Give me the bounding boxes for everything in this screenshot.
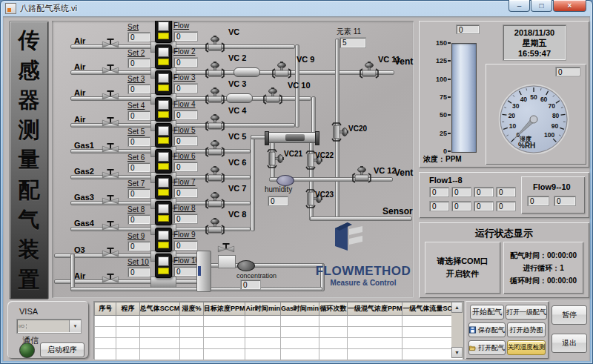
table-cell[interactable] [319,316,348,327]
set-input[interactable]: 0 [127,110,150,121]
humidity-gauge-dial[interactable]: 0102030405060708090100 [487,76,585,163]
set-input[interactable]: 0 [127,214,150,225]
table-cell[interactable] [203,316,245,327]
table-cell[interactable] [180,338,204,349]
set-input[interactable]: 0 [127,58,150,68]
table-cell[interactable] [281,338,319,349]
set-input[interactable]: 0 [127,241,150,251]
vc12-valve-icon[interactable] [351,166,372,182]
table-cell[interactable] [347,349,402,360]
start-program-button[interactable]: 启动程序 [40,343,85,357]
open-trend-button[interactable]: 打开趋势图 [507,322,546,337]
vc-valve-icon[interactable] [205,62,225,78]
vc-valve-icon[interactable] [205,87,225,104]
manual-valve-icon[interactable] [99,195,122,207]
exit-button[interactable]: 退出 [551,334,587,353]
close-humidity-button[interactable]: 关闭湿度检测 [507,340,546,355]
table-cell[interactable] [139,338,180,349]
table-cell[interactable] [203,338,245,349]
table-cell[interactable] [245,327,281,338]
table-header-cell[interactable]: 总气体SCCM [139,302,180,316]
table-header-cell[interactable]: 循环次数 [319,302,348,316]
set-input[interactable]: 0 [127,136,150,147]
manual-valve-icon[interactable] [99,117,122,129]
table-cell[interactable] [116,338,139,349]
set-input[interactable]: 0 [127,188,150,199]
manual-valve-icon[interactable] [99,169,122,181]
vc-valve-icon[interactable] [205,140,225,156]
vc-valve-icon[interactable] [205,36,225,52]
element11-input[interactable]: 5 [339,37,366,48]
vc-valve-icon[interactable] [205,114,225,130]
open-primary-gas-button[interactable]: 打开一级配气 [506,305,547,320]
scroll-up-icon[interactable]: ▲ [451,302,463,313]
table-header-cell[interactable]: 程序 [116,302,139,316]
program-table[interactable]: 序号程序总气体SCCM湿度%目标浓度PPMAir时间minGas时间min循环次… [93,301,464,359]
table-cell[interactable] [116,316,139,327]
table-header-cell[interactable]: 一级混气浓度PPM [347,302,402,316]
vc10-valve-icon[interactable] [262,87,283,104]
open-gas-button[interactable]: 打开配气 [468,340,506,355]
start-gas-button[interactable]: 开始配气 [470,305,504,320]
table-cell[interactable] [245,316,281,327]
vc-valve-icon[interactable] [205,218,225,234]
table-header-cell[interactable]: Gas时间min [281,302,319,316]
vc-valve-icon[interactable] [205,166,225,182]
table-cell[interactable] [139,327,180,338]
set-input[interactable]: 0 [127,162,150,173]
table-cell[interactable] [319,338,348,349]
maximize-button[interactable]: □ [531,0,552,12]
table-cell[interactable] [245,349,281,360]
table-cell[interactable] [319,327,348,338]
manual-valve-icon[interactable] [99,248,122,259]
table-cell[interactable] [281,349,319,360]
manual-valve-icon[interactable] [99,274,122,285]
save-gas-button[interactable]: 保存配气 [468,322,506,337]
vc9-valve-icon[interactable] [271,62,292,78]
table-cell[interactable] [95,349,116,360]
table-cell[interactable] [95,327,116,338]
table-cell[interactable] [180,349,204,360]
table-cell[interactable] [139,316,180,327]
manual-valve-icon[interactable] [99,39,122,50]
pause-button[interactable]: 暂停 [551,305,587,325]
table-cell[interactable] [347,327,402,338]
table-cell[interactable] [245,338,281,349]
table-cell[interactable] [95,338,116,349]
table-cell[interactable] [116,327,139,338]
table-cell[interactable] [180,316,204,327]
vc20-valve-icon[interactable] [332,122,348,142]
table-cell[interactable] [281,327,319,338]
table-header-cell[interactable]: 湿度% [180,302,204,316]
scroll-down-icon[interactable]: ▼ [451,347,463,358]
table-header-cell[interactable]: 目标浓度PPM [203,302,245,316]
set-input[interactable]: 0 [127,267,150,277]
table-cell[interactable] [116,349,139,360]
vc-valve-icon[interactable] [205,192,225,208]
table-cell[interactable] [281,316,319,327]
table-cell[interactable] [319,349,348,360]
vc11-valve-icon[interactable] [359,62,380,78]
minimize-button[interactable]: – [508,0,530,12]
table-cell[interactable] [347,316,402,327]
close-button[interactable]: × [553,0,586,12]
title-bar[interactable]: 八路配气系统.vi [0,0,593,16]
manual-valve-icon[interactable] [99,143,122,155]
table-cell[interactable] [95,316,116,327]
concentration-valve-icon[interactable] [215,243,237,255]
manual-valve-icon[interactable] [99,221,122,233]
set-input[interactable]: 0 [127,84,150,94]
combo-dropdown-icon[interactable]: ▼ [69,320,81,332]
table-cell[interactable] [203,327,245,338]
table-cell[interactable] [139,349,180,360]
manual-valve-icon[interactable] [99,64,122,76]
vc21-valve-icon[interactable] [268,148,284,169]
table-header-cell[interactable]: Air时间min [245,302,281,316]
visa-resource-combo[interactable]: I/O ▼ [16,319,82,334]
table-scrollbar[interactable]: ▲ ▼ [451,302,463,358]
table-cell[interactable] [203,349,245,360]
table-cell[interactable] [180,327,204,338]
table-cell[interactable] [347,338,402,349]
table-header-cell[interactable]: 序号 [95,302,116,316]
manual-valve-icon[interactable] [99,90,122,102]
